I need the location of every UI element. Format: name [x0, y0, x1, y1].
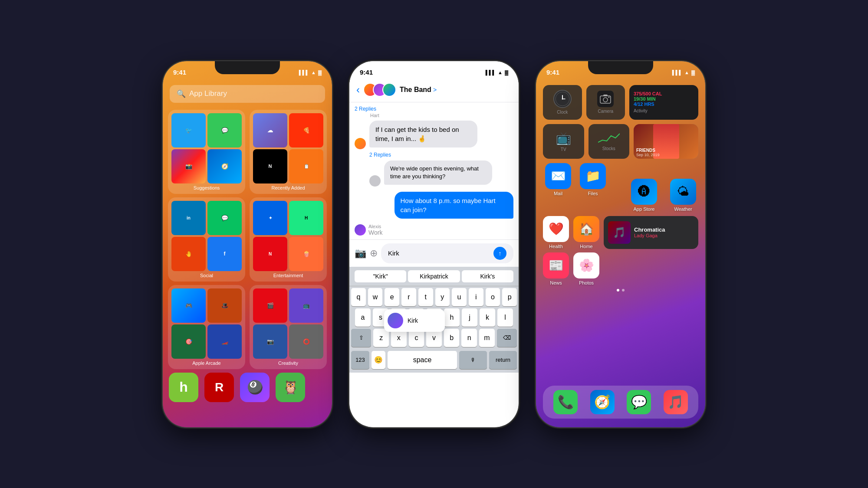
- safari-icon-1[interactable]: 🧭: [207, 149, 242, 183]
- game1-icon[interactable]: 🎮: [171, 288, 206, 323]
- back-button[interactable]: ‹: [356, 84, 360, 96]
- folder-apple-arcade[interactable]: 🎮 🎩 🎯 🏎️ Apple Arcade: [168, 285, 245, 369]
- key-a[interactable]: a: [355, 308, 371, 327]
- epi-icon[interactable]: 📋: [289, 149, 323, 183]
- folder-entertainment[interactable]: ✦ H N 🍿 Entertainment: [250, 197, 327, 282]
- netflix-icon[interactable]: N: [253, 237, 287, 271]
- key-b[interactable]: b: [444, 329, 460, 347]
- arcade-label: Apple Arcade: [171, 360, 242, 366]
- mail-item[interactable]: ✉️ Mail: [543, 163, 573, 196]
- activity-widget[interactable]: 375/500 CAL 19/30 MIN 4/12 HRS Activity: [629, 85, 698, 120]
- key-r[interactable]: r: [401, 288, 416, 306]
- key-e[interactable]: e: [385, 288, 399, 306]
- dock-phone[interactable]: 📞: [553, 390, 578, 414]
- linkedin-icon[interactable]: in: [171, 201, 206, 235]
- iphone-2: 9:41 ▌▌▌ ▲ ▓ ‹ The Band >: [349, 61, 519, 427]
- photos-widget[interactable]: FRIENDS Sep 10, 2019: [634, 124, 698, 159]
- friends-info: FRIENDS Sep 10, 2019: [634, 146, 698, 159]
- key-t[interactable]: t: [418, 288, 433, 306]
- cloudapp-icon[interactable]: ☁: [253, 113, 287, 147]
- autocomplete-1[interactable]: "Kirk": [355, 270, 406, 282]
- status-icons-2: ▌▌▌ ▲ ▓: [486, 70, 508, 75]
- dock-music[interactable]: 🎵: [664, 390, 688, 414]
- key-n[interactable]: n: [461, 329, 477, 347]
- folder-social[interactable]: in 💬 🤚 f Social: [168, 197, 245, 282]
- rakuten-item[interactable]: R: [204, 373, 235, 402]
- appstore-button[interactable]: ⊕: [370, 248, 378, 259]
- svg-point-7: [608, 97, 610, 98]
- key-z[interactable]: z: [373, 329, 389, 347]
- key-q[interactable]: q: [351, 288, 366, 306]
- appstore-item[interactable]: 🅐 App Store: [629, 179, 659, 212]
- facebook-icon[interactable]: f: [207, 237, 242, 271]
- stocks-widget[interactable]: Stocks: [589, 124, 630, 159]
- twitter-icon[interactable]: 🐦: [171, 113, 206, 147]
- dot-2: [622, 289, 625, 291]
- disney-icon[interactable]: ✦: [253, 201, 287, 235]
- messages-icon[interactable]: 💬: [207, 113, 242, 147]
- autocomplete-2[interactable]: Kirkpatrick: [408, 270, 460, 282]
- popcorn-icon[interactable]: 🍿: [289, 237, 323, 271]
- key-y[interactable]: y: [435, 288, 450, 306]
- video-icon[interactable]: 🎬: [253, 288, 287, 323]
- autocomplete-3[interactable]: Kirk's: [462, 270, 513, 282]
- arcade-game-item[interactable]: 🎱: [239, 373, 270, 402]
- replies-label-2: 2 Replies: [369, 152, 513, 158]
- key-u[interactable]: u: [452, 288, 467, 306]
- dock-messages[interactable]: 💬: [627, 390, 651, 414]
- folder-recently-added[interactable]: ☁ 🍕 N 📋 Recently Added: [250, 110, 327, 194]
- message-input[interactable]: Kirk ↑: [381, 243, 513, 263]
- key-return[interactable]: return: [489, 351, 517, 369]
- app-library-search[interactable]: 🔍 App Library: [170, 85, 325, 103]
- game2-icon[interactable]: 🎩: [207, 288, 242, 323]
- nytimes-icon[interactable]: N: [253, 149, 287, 183]
- doordash-icon[interactable]: 🍕: [289, 113, 323, 147]
- key-m[interactable]: m: [479, 329, 495, 347]
- key-p[interactable]: p: [502, 288, 517, 306]
- lightroom-icon[interactable]: 📷: [253, 324, 287, 359]
- camera-button[interactable]: 📷: [355, 248, 366, 259]
- key-shift[interactable]: ⇧: [351, 329, 371, 347]
- wechat-icon[interactable]: 💬: [207, 201, 242, 235]
- key-mic[interactable]: 🎙: [459, 351, 487, 369]
- key-k[interactable]: k: [480, 308, 495, 327]
- alexis-avatar: [355, 224, 366, 236]
- key-space[interactable]: space: [388, 351, 457, 369]
- game3-icon[interactable]: 🎯: [171, 324, 206, 359]
- game4-icon[interactable]: 🏎️: [207, 324, 242, 359]
- home-item[interactable]: 🏠 Home: [573, 216, 599, 249]
- health-item[interactable]: ❤️ Health: [543, 216, 569, 249]
- dock-safari[interactable]: 🧭: [590, 390, 615, 414]
- houzz-item[interactable]: h: [168, 373, 199, 402]
- chevron[interactable]: >: [433, 86, 437, 93]
- tv-icon[interactable]: 📺: [289, 288, 323, 323]
- key-j[interactable]: j: [462, 308, 477, 327]
- yummly-icon[interactable]: 🤚: [171, 237, 206, 271]
- owl-item[interactable]: 🦉: [275, 373, 306, 402]
- weather-item[interactable]: 🌤 Weather: [668, 179, 698, 212]
- music-widget[interactable]: 🎵 Chromatica Lady Gaga: [604, 216, 698, 249]
- hulu-icon[interactable]: H: [289, 201, 323, 235]
- folder-suggestions[interactable]: 🐦 💬 📸 🧭 Suggestions: [168, 110, 245, 194]
- folder-creativity[interactable]: 🎬 📺 📷 ⭕ Creativity: [250, 285, 327, 369]
- key-i[interactable]: i: [469, 288, 483, 306]
- send-button[interactable]: ↑: [493, 247, 506, 260]
- key-l[interactable]: l: [497, 308, 513, 327]
- vector-icon[interactable]: ⭕: [289, 324, 323, 359]
- files-item[interactable]: 📁 Files: [578, 163, 608, 196]
- signal-icon: ▌▌▌: [299, 70, 309, 75]
- key-h[interactable]: h: [444, 308, 460, 327]
- news-item[interactable]: 📰 News: [543, 252, 569, 285]
- key-w[interactable]: w: [368, 288, 383, 306]
- arcade-game-icon: 🎱: [240, 373, 270, 402]
- activity-cal: 375/500 CAL: [634, 91, 694, 96]
- camera-widget[interactable]: Camera: [586, 85, 625, 120]
- clock-widget[interactable]: Clock: [543, 85, 582, 120]
- tv-widget[interactable]: 📺 TV: [543, 124, 584, 159]
- key-o[interactable]: o: [486, 288, 500, 306]
- key-123[interactable]: 123: [351, 351, 369, 369]
- key-emoji[interactable]: 😊: [372, 351, 385, 369]
- photos-item[interactable]: 🌸 Photos: [573, 252, 599, 285]
- instagram-icon[interactable]: 📸: [171, 149, 206, 183]
- key-delete[interactable]: ⌫: [497, 329, 517, 347]
